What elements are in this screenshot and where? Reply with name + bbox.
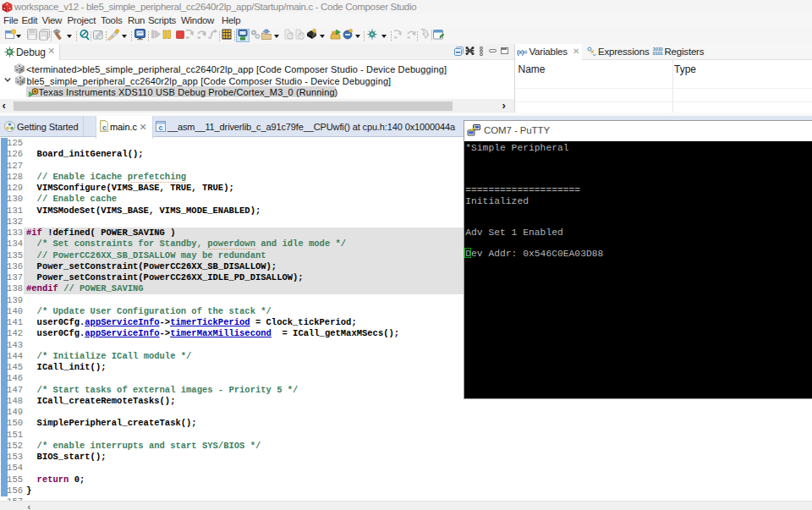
svg-text:c: c <box>158 123 162 131</box>
svg-text:c: c <box>102 123 106 132</box>
